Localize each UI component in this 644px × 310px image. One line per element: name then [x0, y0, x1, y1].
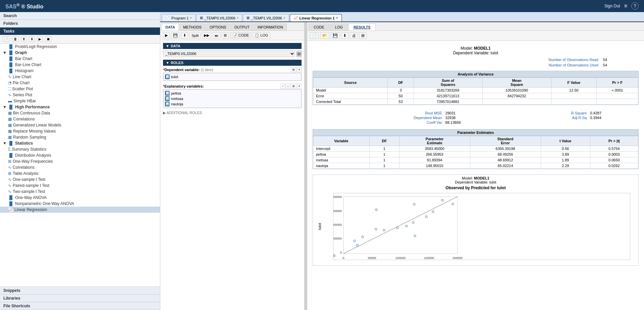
- sidebar-item-correlations-hp[interactable]: ▦ Correlations: [0, 116, 160, 122]
- tab-temp0[interactable]: ⊞ _TEMP0.VILJ2006 ×: [196, 14, 242, 21]
- tab-linear-regression[interactable]: 📈 Linear Regression 1 ×: [290, 14, 342, 21]
- sidebar-search-header[interactable]: Search: [0, 12, 160, 20]
- sidebar-download-btn[interactable]: ⬇: [29, 36, 35, 42]
- resize-handle[interactable]: ⋮: [305, 22, 307, 310]
- sidebar-item-bar-line-chart[interactable]: ▐▌ Bar-Line Chart: [0, 62, 160, 68]
- results-new-btn[interactable]: 📄: [310, 32, 319, 39]
- sidebar-item-table-analysis[interactable]: ⊞ Table Analysis: [0, 170, 160, 176]
- results-print-btn[interactable]: 🖨: [350, 32, 358, 39]
- subtab-data[interactable]: DATA: [162, 23, 179, 31]
- sidebar-delete-btn[interactable]: 🗑: [12, 36, 19, 42]
- exp-var-down-btn[interactable]: ↓: [286, 84, 290, 89]
- param-est-nautoja: 148.95015: [399, 163, 470, 169]
- tab-code[interactable]: CODE: [309, 23, 329, 31]
- sidebar-item-probit[interactable]: ▐▌ Probit/Logit Regression: [0, 44, 160, 50]
- sidebar-item-paired-sample-t[interactable]: ∿ Paired-sample t Test: [0, 183, 160, 189]
- sidebar-upload-btn[interactable]: ⬆: [21, 36, 27, 42]
- export-task-btn[interactable]: ⬇: [181, 32, 188, 39]
- code-btn[interactable]: 📝 CODE: [230, 32, 251, 39]
- data-section-header[interactable]: ▼ DATA: [163, 43, 302, 49]
- help-icon-button[interactable]: ?: [631, 2, 639, 10]
- inner-area: DATA METHODS OPTIONS OUTPUT INFORMATION …: [160, 22, 644, 310]
- sidebar-item-one-way-anova[interactable]: ▐▌ One-Way ANOVA: [0, 195, 160, 201]
- split-btn[interactable]: Split: [190, 32, 201, 39]
- subtab-methods[interactable]: METHODS: [179, 23, 205, 31]
- run-task-btn[interactable]: ▶: [163, 32, 170, 39]
- exp-var-add-btn[interactable]: +: [297, 84, 302, 89]
- sidebar-item-graph[interactable]: ▼ ▐▌ Graph: [0, 50, 160, 56]
- sidebar-item-one-sample-t[interactable]: ∿ One-sample t Test: [0, 176, 160, 183]
- menu-icon-button[interactable]: ≡: [624, 3, 627, 9]
- sidebar-item-line-chart[interactable]: ∿ Line Chart: [0, 74, 160, 80]
- sidebar-item-correlations-stats[interactable]: ∿ Correlations: [0, 164, 160, 170]
- sidebar-item-histogram[interactable]: ▐▌ Histogram: [0, 68, 160, 74]
- tab-close-linear-reg[interactable]: ×: [336, 16, 338, 20]
- sidebar-item-high-perf[interactable]: ▼ ▐▌ High Performance: [0, 104, 160, 110]
- log-btn[interactable]: 📋 LOG: [253, 32, 270, 39]
- sidebar-item-gen-linear[interactable]: ▦ Generalized Linear Models: [0, 122, 160, 128]
- sidebar-folders-header[interactable]: Folders: [0, 20, 160, 28]
- tab-close-temp1[interactable]: ×: [283, 16, 285, 20]
- tab-results[interactable]: RESULTS: [348, 23, 376, 31]
- step-btn[interactable]: ⏭: [213, 32, 220, 39]
- sidebar-file-shortcuts[interactable]: File Shortcuts: [0, 302, 160, 310]
- dataset-select[interactable]: _TEMP0.VILJ2006: [163, 50, 295, 57]
- tab-close-program1[interactable]: ×: [190, 16, 192, 20]
- anova-table: Source DF Sum ofSquares MeanSquare F Val…: [313, 78, 638, 105]
- sidebar-run-btn[interactable]: ▶: [37, 36, 43, 42]
- dep-var-add-btn[interactable]: +: [297, 67, 302, 72]
- tab-label: Program 1: [171, 16, 189, 20]
- dep-var-delete-btn[interactable]: ⊖: [291, 67, 296, 72]
- sidebar-item-label: Generalized Linear Models: [13, 123, 61, 127]
- sidebar-item-two-sample-t[interactable]: ∿ Two-sample t Test: [0, 189, 160, 195]
- sidebar-tasks-header[interactable]: Tasks: [0, 28, 160, 35]
- additional-roles[interactable]: ADDITIONAL ROLES: [163, 111, 302, 115]
- subtab-output[interactable]: OUTPUT: [230, 23, 253, 31]
- anova-ms-total: [482, 99, 551, 105]
- tab-temp1[interactable]: ⊞ _TEMP1.VILJ2006 ×: [243, 14, 289, 21]
- more-btn[interactable]: ⊞: [222, 32, 229, 39]
- sidebar-item-replace-missing[interactable]: ▦ Replace Missing Values: [0, 128, 160, 134]
- sidebar-stop-btn[interactable]: ⏹: [45, 36, 52, 42]
- exp-var-delete-btn[interactable]: ⊖: [291, 84, 296, 89]
- results-open-btn[interactable]: 📂: [320, 32, 329, 39]
- dataset-browse-btn[interactable]: ⊞: [297, 51, 302, 57]
- sidebar-item-one-way-freq[interactable]: ⊞ One-Way Frequencies: [0, 158, 160, 164]
- tab-program1[interactable]: 📄 Program 1 ×: [162, 14, 196, 21]
- sidebar-item-linear-regression[interactable]: 📈 Linear Regression: [0, 207, 160, 213]
- sidebar-item-dist-analysis[interactable]: ▐▌ Distribution Analysis: [0, 152, 160, 158]
- run-code-btn[interactable]: ▶▶: [202, 32, 211, 39]
- y-label-0: 0: [333, 254, 335, 258]
- fit-rmse-value: 29031: [445, 111, 511, 115]
- sidebar-item-series-plot[interactable]: ∿ Series Plot: [0, 92, 160, 98]
- subtab-options[interactable]: OPTIONS: [206, 23, 230, 31]
- anova-source-error: Error: [313, 93, 388, 99]
- results-download-btn[interactable]: ⬇: [341, 32, 348, 39]
- results-save-btn[interactable]: 💾: [331, 32, 340, 39]
- exp-var-up-btn[interactable]: ↑: [281, 84, 285, 89]
- sidebar-new-btn[interactable]: 📄: [3, 36, 10, 42]
- results-expand-btn[interactable]: ⊞: [359, 32, 367, 39]
- sidebar-item-simple-hbar[interactable]: ▬ Simple HBar: [0, 98, 160, 104]
- sidebar-item-statistics[interactable]: ▼ ▐▌ Statistics: [0, 140, 160, 146]
- tab-close-temp0[interactable]: ×: [237, 16, 239, 20]
- sidebar-item-bar-chart[interactable]: ▐▌ Bar Chart: [0, 56, 160, 62]
- sidebar-item-scatter-plot[interactable]: ⁚⁚ Scatter Plot: [0, 86, 160, 92]
- subtab-information[interactable]: INFORMATION: [254, 23, 287, 31]
- sidebar-item-random-sampling[interactable]: ▦ Random Sampling: [0, 134, 160, 140]
- tab-log[interactable]: LOG: [330, 23, 348, 31]
- sidebar-item-nonparam-anova[interactable]: ▐▌ Nonparametric One-Way ANOVA: [0, 201, 160, 207]
- roles-section-header[interactable]: ▼ ROLES: [163, 60, 302, 66]
- sidebar-snippets[interactable]: Snippets: [0, 287, 160, 295]
- signin-button[interactable]: Sign Out: [604, 4, 620, 8]
- sidebar-item-pie-chart[interactable]: ◔ Pie Chart: [0, 80, 160, 86]
- fit-rsq-value: 0.4287: [590, 111, 638, 115]
- fit-cv-label: Coeff Var: [313, 120, 445, 124]
- sidebar-item-summary-stats[interactable]: Σ Summary Statistics: [0, 146, 160, 152]
- sidebar-item-bin-continuous[interactable]: ▦ Bin Continuous Data: [0, 110, 160, 116]
- param-p-intercept: 0.5754: [590, 146, 638, 152]
- save-task-btn[interactable]: 💾: [171, 32, 180, 39]
- sidebar-libraries[interactable]: Libraries: [0, 295, 160, 302]
- anova-p-total: [596, 99, 638, 105]
- param-t-peltoa: 3.89: [541, 152, 590, 157]
